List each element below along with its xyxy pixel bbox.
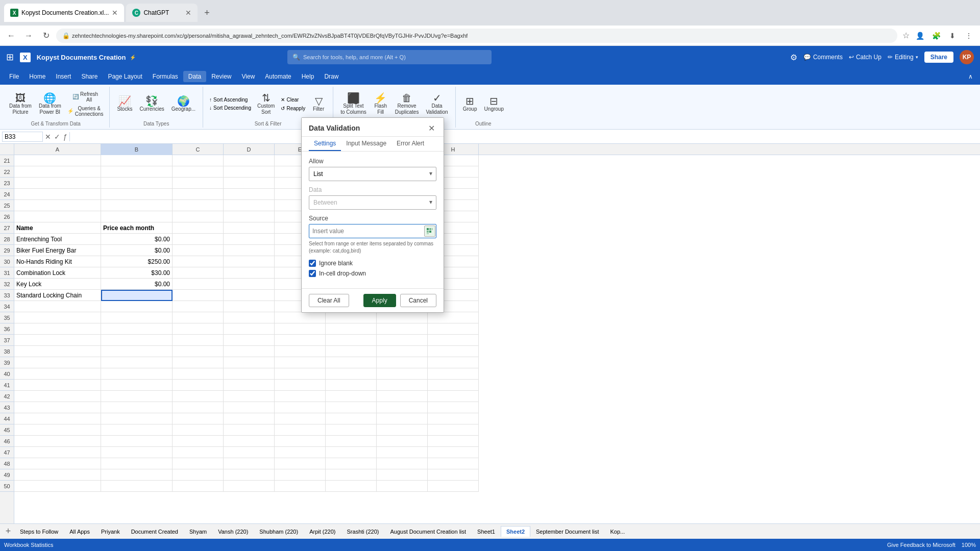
menu-review[interactable]: Review xyxy=(206,71,236,82)
data-from-picture-button[interactable]: 🖼 Data fromPicture xyxy=(6,91,35,117)
cell-a32[interactable]: Key Lock xyxy=(14,279,101,290)
row-39[interactable]: 39 xyxy=(0,357,14,368)
tab-excel[interactable]: X Kopyst Documents Creation.xl... ✕ xyxy=(4,4,124,22)
tab-chatgpt[interactable]: C ChatGPT ✕ xyxy=(126,4,198,22)
row-23[interactable]: 23 xyxy=(0,178,14,189)
row-34[interactable]: 34 xyxy=(0,301,14,312)
menu-page-layout[interactable]: Page Layout xyxy=(103,71,147,82)
row-26[interactable]: 26 xyxy=(0,211,14,222)
editing-button[interactable]: ✏ Editing ▾ xyxy=(888,54,918,61)
cell-a27[interactable]: Name xyxy=(14,222,101,234)
cell-b28[interactable]: $0.00 xyxy=(101,234,173,245)
row-33[interactable]: 33 xyxy=(0,290,14,301)
ungroup-button[interactable]: ⊟ Ungroup xyxy=(481,94,507,114)
queries-connections-button[interactable]: ⚡ Queries &Connections xyxy=(65,105,106,118)
menu-automate[interactable]: Automate xyxy=(260,71,296,82)
menu-home[interactable]: Home xyxy=(24,71,51,82)
row-47[interactable]: 47 xyxy=(0,447,14,458)
sheet-tab-steps[interactable]: Steps to Follow xyxy=(14,526,64,537)
row-44[interactable]: 44 xyxy=(0,413,14,424)
remove-duplicates-button[interactable]: 🗑 RemoveDuplicates xyxy=(392,91,422,117)
cell-a28[interactable]: Entrenching Tool xyxy=(14,234,101,245)
split-text-columns-button[interactable]: ⬛ Split Textto Columns xyxy=(337,91,370,117)
allow-dropdown[interactable]: List Any value Whole number Decimal Date xyxy=(309,167,436,181)
add-sheet-button[interactable]: + xyxy=(2,525,14,538)
settings-icon[interactable]: ⚙ xyxy=(790,53,797,62)
address-bar[interactable]: 🔒 zehntechtechnologies-my.sharepoint.com… xyxy=(56,29,897,43)
row-28[interactable]: 28 xyxy=(0,234,14,245)
row-27[interactable]: 27 xyxy=(0,222,14,234)
cancel-formula-icon[interactable]: ✕ xyxy=(45,133,51,141)
row-32[interactable]: 32 xyxy=(0,279,14,290)
cell-a30[interactable]: No-Hands Riding Kit xyxy=(14,256,101,267)
ribbon-collapse-button[interactable]: ∧ xyxy=(965,72,976,81)
dialog-tab-input-message[interactable]: Input Message xyxy=(341,137,391,151)
dialog-close-button[interactable]: ✕ xyxy=(426,123,436,133)
col-header-c[interactable]: C xyxy=(173,144,224,155)
sheet-tab-shubham[interactable]: Shubham (220) xyxy=(254,526,304,537)
cancel-button[interactable]: Cancel xyxy=(400,294,436,307)
row-29[interactable]: 29 xyxy=(0,245,14,256)
tab-excel-close[interactable]: ✕ xyxy=(112,9,118,17)
cell-a31[interactable]: Combination Lock xyxy=(14,267,101,279)
cell-a21[interactable] xyxy=(14,155,101,166)
grid-scroll[interactable]: Name Price each month Entrenching Tool $… xyxy=(14,155,980,523)
flash-fill-button[interactable]: ⚡ FlashFill xyxy=(371,91,391,117)
cell-b31[interactable]: $30.00 xyxy=(101,267,173,279)
sort-ascending-button[interactable]: ↑ Sort Ascending xyxy=(207,96,253,104)
feedback-text[interactable]: Give Feedback to Microsoft xyxy=(887,542,955,548)
menu-share[interactable]: Share xyxy=(76,71,103,82)
extensions-button[interactable]: 🧩 xyxy=(929,29,943,43)
comments-button[interactable]: 💬 Comments xyxy=(803,54,843,61)
menu-data[interactable]: Data xyxy=(183,71,206,82)
row-24[interactable]: 24 xyxy=(0,189,14,200)
tab-chatgpt-close[interactable]: ✕ xyxy=(185,9,191,17)
menu-help[interactable]: Help xyxy=(297,71,320,82)
catch-up-button[interactable]: ↩ Catch Up xyxy=(849,54,881,61)
row-43[interactable]: 43 xyxy=(0,402,14,413)
data-validation-button[interactable]: ✓ DataValidation xyxy=(423,91,451,117)
stocks-button[interactable]: 📈 Stocks xyxy=(114,94,135,114)
cell-b32[interactable]: $0.00 xyxy=(101,279,173,290)
row-38[interactable]: 38 xyxy=(0,346,14,357)
row-48[interactable]: 48 xyxy=(0,458,14,469)
col-header-d[interactable]: D xyxy=(224,144,275,155)
sheet-tab-september[interactable]: September Document list xyxy=(530,526,605,537)
sheet-tab-priyank[interactable]: Priyank xyxy=(95,526,126,537)
menu-view[interactable]: View xyxy=(237,71,260,82)
row-40[interactable]: 40 xyxy=(0,368,14,380)
group-button[interactable]: ⊞ Group xyxy=(460,94,480,114)
share-button[interactable]: Share xyxy=(924,52,953,63)
sheet-tab-kop[interactable]: Kop... xyxy=(605,526,631,537)
menu-button[interactable]: ⋮ xyxy=(962,29,976,43)
cell-b27[interactable]: Price each month xyxy=(101,222,173,234)
ignore-blank-checkbox[interactable] xyxy=(309,260,316,267)
sheet-tab-shyam[interactable]: Shyam xyxy=(184,526,212,537)
data-from-web-button[interactable]: 🌐 Data fromPower BI xyxy=(36,91,64,117)
profile-button[interactable]: 👤 xyxy=(913,29,927,43)
row-41[interactable]: 41 xyxy=(0,380,14,391)
cell-reference-box[interactable]: B33 xyxy=(2,132,43,142)
sort-descending-button[interactable]: ↓ Sort Descending xyxy=(207,104,253,112)
reload-button[interactable]: ↻ xyxy=(39,29,53,43)
cell-a29[interactable]: Biker Fuel Energy Bar xyxy=(14,245,101,256)
row-50[interactable]: 50 xyxy=(0,481,14,492)
menu-draw[interactable]: Draw xyxy=(319,71,344,82)
row-37[interactable]: 37 xyxy=(0,335,14,346)
cell-b21[interactable] xyxy=(101,155,173,166)
data-dropdown[interactable]: Between Not between Equal to xyxy=(309,195,436,210)
currencies-button[interactable]: 💱 Currencies xyxy=(136,94,167,114)
confirm-formula-icon[interactable]: ✓ xyxy=(54,133,60,141)
row-25[interactable]: 25 xyxy=(0,200,14,211)
col-header-a[interactable]: A xyxy=(14,144,101,155)
sheet-tab-document-created[interactable]: Document Created xyxy=(126,526,184,537)
row-21[interactable]: 21 xyxy=(0,155,14,166)
sheet-tab-arpit[interactable]: Arpit (220) xyxy=(304,526,341,537)
row-49[interactable]: 49 xyxy=(0,469,14,481)
clear-all-button[interactable]: Clear All xyxy=(309,294,349,307)
cell-b29[interactable]: $0.00 xyxy=(101,245,173,256)
back-button[interactable]: ← xyxy=(4,29,18,43)
new-tab-button[interactable]: + xyxy=(200,6,214,20)
row-35[interactable]: 35 xyxy=(0,312,14,323)
download-button[interactable]: ⬇ xyxy=(945,29,960,43)
